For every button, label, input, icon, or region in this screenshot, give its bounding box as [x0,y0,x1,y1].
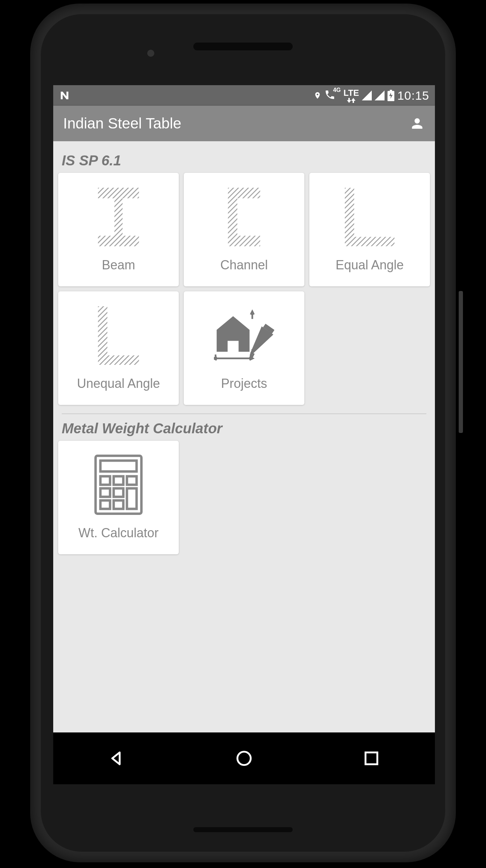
fourg-label: 4G [333,87,341,93]
svg-rect-5 [100,476,110,485]
card-channel[interactable]: Channel [184,173,304,286]
card-wt-calculator[interactable]: Wt. Calculator [58,441,179,554]
projects-icon [214,305,274,366]
svg-rect-4 [100,461,137,472]
nav-recent-button[interactable] [363,749,380,767]
lte-label: LTE [343,88,359,98]
svg-rect-11 [100,500,110,509]
phone-frame: 4G LTE 10:15 Indian St [0,0,486,868]
battery-icon [387,90,394,101]
card-unequal-angle[interactable]: Unequal Angle [58,291,179,405]
equal-angle-icon [339,187,400,247]
card-beam-label: Beam [102,258,135,273]
section-title-sp61: IS SP 6.1 [62,153,426,169]
svg-rect-1 [390,90,392,92]
app-title: Indian Steel Table [63,115,181,132]
profile-icon[interactable] [409,116,425,131]
channel-icon [214,187,274,247]
card-wt-calc-label: Wt. Calculator [78,526,159,540]
app-bar: Indian Steel Table [53,106,435,141]
card-channel-label: Channel [220,258,268,273]
status-left [59,90,70,101]
card-beam[interactable]: Beam [58,173,179,286]
android-n-icon [59,90,70,101]
svg-rect-10 [127,488,137,509]
status-time: 10:15 [397,89,429,103]
status-bar: 4G LTE 10:15 [53,85,435,106]
phone-speaker-bottom [193,827,293,832]
beam-icon [88,187,149,247]
section-divider [62,413,426,414]
status-right: 4G LTE 10:15 [314,88,429,103]
lte-indicator: LTE [343,88,359,103]
unequal-angle-icon [88,305,149,366]
card-projects-label: Projects [221,376,267,391]
phone-4g-icon: 4G [324,89,336,102]
svg-point-13 [237,752,251,765]
location-icon [314,90,321,101]
data-arrows-icon [347,98,355,103]
card-unequal-angle-label: Unequal Angle [77,376,160,391]
phone-side-button [459,291,463,433]
calc-grid: Wt. Calculator [58,441,430,554]
screen: 4G LTE 10:15 Indian St [53,85,435,784]
nav-home-button[interactable] [235,749,253,767]
card-equal-angle-label: Equal Angle [336,258,404,273]
svg-rect-12 [114,500,123,509]
phone-speaker [193,43,293,50]
svg-rect-9 [114,488,123,497]
content-area: IS SP 6.1 Beam [53,141,435,559]
android-nav-bar [53,732,435,784]
card-equal-angle[interactable]: Equal Angle [309,173,430,286]
svg-rect-7 [127,476,137,485]
signal-icon-2 [375,90,385,100]
svg-rect-8 [100,488,110,497]
card-projects[interactable]: Projects [184,291,304,405]
sp61-grid: Beam Channel Equ [58,173,430,405]
svg-rect-6 [114,476,123,485]
section-title-calc: Metal Weight Calculator [62,421,426,436]
svg-rect-14 [365,752,377,764]
phone-camera [147,50,154,57]
signal-icon-1 [362,90,372,100]
calculator-icon [88,455,149,515]
nav-back-button[interactable] [108,749,126,767]
